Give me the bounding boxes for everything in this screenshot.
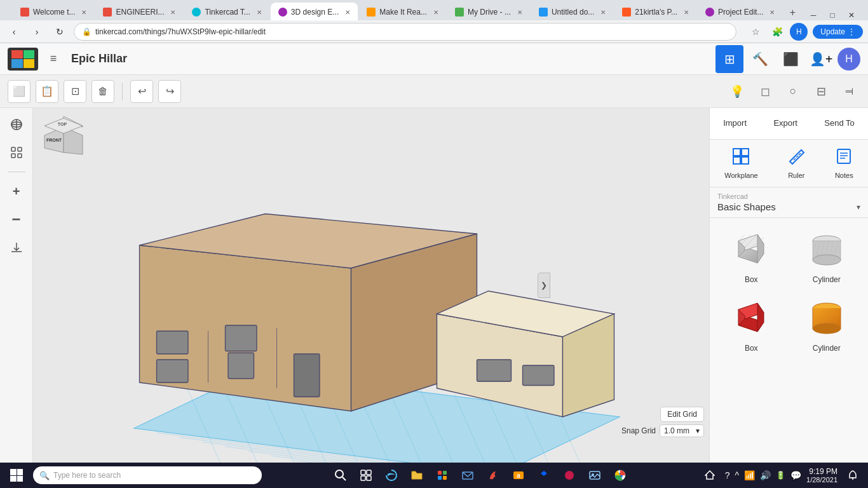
tab-close-4[interactable]: ✕	[345, 9, 350, 16]
notes-icon-item[interactable]: Notes	[830, 145, 858, 182]
export-button[interactable]: Export	[763, 113, 808, 134]
codeblocks-button[interactable]: ⬛	[776, 45, 804, 73]
view-cube[interactable]: TOP FRONT	[38, 113, 89, 164]
browser-tab-2[interactable]: ENGINEERI... ✕	[95, 3, 183, 22]
taskbar-file-explorer[interactable]	[407, 465, 427, 485]
browser-tab-7[interactable]: Untitled do... ✕	[531, 3, 613, 22]
tab-close-3[interactable]: ✕	[257, 9, 262, 16]
zoom-out-button[interactable]: −	[5, 208, 28, 231]
taskbar-edge-icon[interactable]	[381, 465, 402, 485]
send-to-button[interactable]: Send To	[814, 113, 864, 134]
profile-icon[interactable]: H	[790, 23, 808, 41]
shape-item-box-red[interactable]: Box	[715, 292, 788, 358]
taskbar-raspberrypi-icon[interactable]	[559, 465, 580, 485]
systray-arrow-icon[interactable]: ^	[735, 470, 739, 480]
mirror-icon[interactable]: ⫤	[837, 80, 860, 103]
tab-close-6[interactable]: ✕	[517, 9, 522, 16]
tab-label-7: Untitled do...	[552, 8, 594, 17]
tab-favicon-6	[455, 8, 464, 17]
taskbar-amazon-icon[interactable]: a	[508, 465, 529, 485]
maximize-button[interactable]: □	[824, 9, 841, 22]
import-button[interactable]: Import	[713, 113, 757, 134]
drop-to-plane-button[interactable]	[5, 236, 28, 259]
add-user-button[interactable]: 👤+	[807, 45, 835, 73]
taskbar-right: ? ^ 📶 🔊 🔋 💬 9:19 PM 1/28/2021	[700, 465, 863, 485]
show-desktop-button[interactable]	[700, 465, 720, 485]
systray-msg-icon[interactable]: 💬	[790, 470, 801, 480]
taskbar-dropbox-icon[interactable]	[534, 465, 554, 485]
svg-rect-45	[157, 331, 189, 354]
shape-item-cylinder-grey[interactable]: Cylinder	[790, 223, 864, 289]
shapes-select[interactable]: Basic Shapes ▾	[717, 201, 860, 212]
update-button[interactable]: Update ⋮	[813, 25, 863, 39]
browser-tab-9[interactable]: Project Edit... ✕	[698, 3, 782, 22]
tab-close-5[interactable]: ✕	[433, 9, 438, 16]
zoom-in-button[interactable]: +	[5, 180, 28, 203]
browser-tab-4[interactable]: 3D design E... ✕	[271, 3, 358, 22]
address-bar[interactable]: 🔒 tinkercad.com/things/7huWXStP9lw-epic-…	[74, 23, 736, 41]
system-clock[interactable]: 9:19 PM 1/28/2021	[806, 467, 837, 484]
start-button[interactable]	[5, 464, 28, 487]
fit-view-button[interactable]	[5, 141, 28, 164]
taskbar-store-icon[interactable]	[432, 465, 452, 485]
taskbar-task-view[interactable]	[356, 465, 376, 485]
taskbar-chrome-icon[interactable]	[610, 465, 630, 485]
reload-button[interactable]: ↻	[51, 23, 69, 41]
snap-grid-input[interactable]: 1.0 mm ▾	[660, 424, 704, 437]
edit-grid-button[interactable]: Edit Grid	[660, 407, 704, 422]
new-tab-button[interactable]: +	[783, 4, 801, 22]
browser-tab-8[interactable]: 21kirtla's P... ✕	[614, 3, 696, 22]
build-button[interactable]: 🔨	[746, 45, 774, 73]
shape-item-box-grey[interactable]: Box	[715, 223, 788, 289]
taskbar-search-bar[interactable]: 🔍 Type here to search	[33, 466, 262, 484]
taskbar-search-button[interactable]	[330, 465, 351, 485]
systray-network-icon[interactable]: 📶	[744, 470, 755, 480]
tinkercad-logo[interactable]	[8, 48, 38, 71]
grid-view-button[interactable]: ⊞	[715, 45, 743, 73]
systray-volume-icon[interactable]: 🔊	[760, 470, 771, 480]
avatar[interactable]: H	[837, 48, 860, 71]
tab-label-6: My Drive - ...	[468, 8, 511, 17]
app-menu-button[interactable]: ≡	[43, 49, 64, 69]
undo-button[interactable]: ↩	[130, 80, 153, 103]
workplane-icon-item[interactable]: Workplane	[719, 145, 763, 182]
taskbar-superhot-icon[interactable]	[483, 465, 503, 485]
tab-close-7[interactable]: ✕	[600, 9, 606, 16]
copy-button[interactable]: 📋	[36, 80, 58, 103]
light-icon[interactable]: 💡	[726, 80, 749, 103]
ruler-icon-item[interactable]: Ruler	[782, 145, 810, 182]
shape-outline-icon[interactable]: ◻	[754, 80, 776, 103]
browser-tab-6[interactable]: My Drive - ... ✕	[447, 3, 530, 22]
panel-collapse-button[interactable]: ❯	[538, 273, 550, 298]
forward-button[interactable]: ›	[28, 23, 46, 41]
notification-button[interactable]	[843, 465, 863, 485]
close-button[interactable]: ✕	[843, 9, 860, 22]
home-view-button[interactable]	[5, 113, 28, 136]
systray-battery-icon[interactable]: 🔋	[776, 471, 785, 480]
svg-rect-4	[11, 147, 15, 151]
taskbar-mail-icon[interactable]	[458, 465, 478, 485]
delete-button[interactable]: 🗑	[92, 80, 114, 103]
redo-button[interactable]: ↪	[158, 80, 181, 103]
extensions-icon[interactable]: 🧩	[768, 23, 786, 41]
bookmark-icon[interactable]: ☆	[747, 23, 764, 41]
browser-tab-5[interactable]: Make It Rea... ✕	[359, 3, 446, 22]
duplicate-button[interactable]: ⊡	[64, 80, 86, 103]
main-area: + −	[0, 108, 868, 463]
viewport[interactable]: workplane	[33, 108, 709, 463]
tab-close-8[interactable]: ✕	[684, 9, 689, 16]
browser-tab-1[interactable]: Welcome t... ✕	[13, 3, 94, 22]
browser-tab-3[interactable]: Tinkercad T... ✕	[184, 3, 269, 22]
shape-item-cylinder-orange[interactable]: Cylinder	[790, 292, 864, 358]
tab-close-1[interactable]: ✕	[81, 9, 86, 16]
new-object-button[interactable]: ⬜	[8, 80, 31, 103]
snap-dropdown-arrow[interactable]: ▾	[696, 426, 700, 435]
systray-help-icon[interactable]: ?	[725, 470, 730, 480]
taskbar-photos-icon[interactable]	[585, 465, 605, 485]
align-icon[interactable]: ⊟	[810, 80, 832, 103]
tab-close-2[interactable]: ✕	[170, 9, 175, 16]
minimize-button[interactable]: ─	[804, 9, 822, 22]
tab-close-9[interactable]: ✕	[770, 9, 775, 16]
back-button[interactable]: ‹	[5, 23, 23, 41]
circle-outline-icon[interactable]: ○	[782, 80, 804, 103]
